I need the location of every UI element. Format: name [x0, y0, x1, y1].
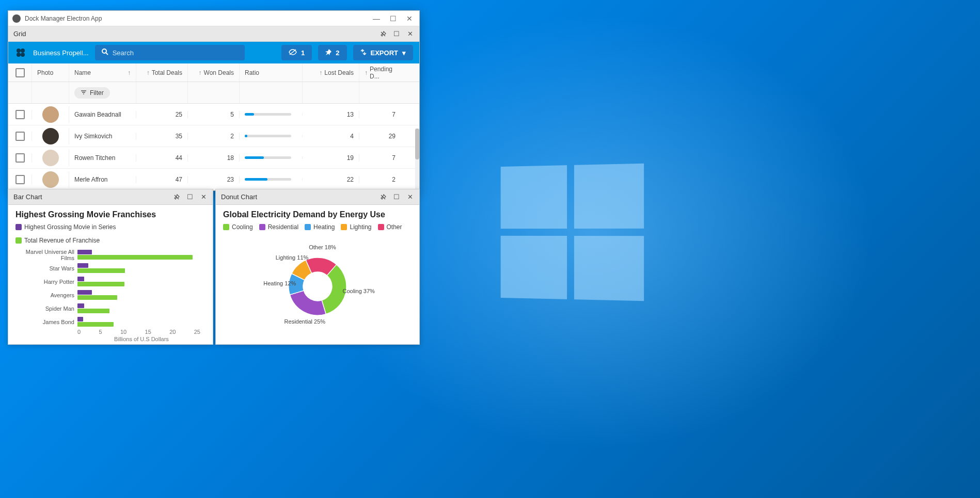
legend-label: Highest Grossing Movie in Series	[24, 223, 116, 231]
row-won-deals: 23	[188, 176, 240, 183]
pane-close-button[interactable]: ✕	[199, 193, 208, 201]
window-titlebar[interactable]: Dock Manager Electron App — ☐ ✕	[8, 11, 419, 26]
column-header-pending-deals[interactable]: ↑Pending D...	[359, 63, 401, 82]
brand-logo-icon	[14, 46, 27, 59]
legend-item[interactable]: Residential	[259, 223, 298, 231]
svg-point-1	[21, 49, 25, 53]
select-all-checkbox[interactable]	[8, 63, 32, 82]
bar-track	[77, 302, 206, 315]
hidden-columns-button[interactable]: 1	[281, 45, 312, 60]
column-header-total-deals[interactable]: ↑Total Deals	[136, 63, 188, 82]
bar-chart: Marvel Universe All Films Star Wars Harr…	[15, 248, 206, 344]
grid-filter-row: Filter	[8, 82, 419, 104]
legend-swatch	[15, 224, 22, 230]
pane-close-button[interactable]: ✕	[406, 193, 414, 201]
pane-maximize-button[interactable]: ☐	[392, 193, 401, 201]
table-row[interactable]: Merle Affron 47 23 22 2	[8, 169, 419, 190]
row-total-deals: 44	[136, 154, 188, 162]
legend-item[interactable]: Lighting	[341, 223, 371, 231]
bar-category-label: Marvel Universe All Films	[15, 249, 77, 261]
bar-track	[77, 249, 206, 261]
window-minimize-button[interactable]: —	[373, 15, 380, 22]
legend-swatch	[15, 237, 22, 244]
filter-icon	[81, 89, 87, 97]
search-input[interactable]	[113, 49, 239, 57]
row-checkbox[interactable]	[8, 132, 32, 141]
eye-off-icon	[289, 49, 297, 57]
bar-series-1	[77, 250, 92, 254]
legend-item[interactable]: Total Revenue of Franchise	[15, 237, 100, 244]
search-box[interactable]	[95, 45, 245, 60]
donut-slice-label: Residential 25%	[284, 318, 326, 325]
window-maximize-button[interactable]: ☐	[389, 15, 397, 22]
legend-item[interactable]: Heating	[305, 223, 335, 231]
column-header-photo[interactable]: Photo	[32, 63, 69, 82]
row-total-deals: 25	[136, 111, 188, 118]
legend-label: Other	[387, 223, 402, 231]
donut-slice-label: Heating 12%	[263, 280, 296, 286]
legend-item[interactable]: Cooling	[223, 223, 253, 231]
bar-chart-pane-header[interactable]: Bar Chart ☐ ✕	[8, 189, 213, 205]
pinned-columns-button[interactable]: 2	[318, 45, 346, 60]
donut-chart-legend: CoolingResidentialHeatingLightingOther	[223, 223, 412, 231]
export-icon	[360, 49, 367, 57]
bar-series-2	[77, 255, 193, 260]
column-header-lost-deals[interactable]: ↑Lost Deals	[303, 63, 359, 82]
donut-chart-pane-header[interactable]: Donut Chart ☐ ✕	[216, 189, 419, 205]
row-total-deals: 35	[136, 133, 188, 140]
column-header-ratio[interactable]: Ratio	[240, 63, 303, 82]
pane-pin-button[interactable]	[172, 193, 181, 201]
svg-point-4	[102, 49, 106, 53]
legend-label: Lighting	[350, 223, 371, 231]
row-ratio	[240, 178, 303, 181]
legend-swatch	[259, 224, 265, 230]
grid-pane-header[interactable]: Grid ☐ ✕	[8, 26, 419, 42]
row-checkbox[interactable]	[8, 175, 32, 184]
bar-chart-legend: Highest Grossing Movie in SeriesTotal Re…	[15, 223, 206, 244]
donut-slice-label: Cooling 37%	[342, 288, 374, 294]
row-pending-deals: 7	[359, 154, 401, 162]
legend-swatch	[378, 224, 384, 230]
legend-item[interactable]: Highest Grossing Movie in Series	[15, 223, 116, 231]
legend-label: Cooling	[232, 223, 253, 231]
row-name: Ivy Simkovich	[69, 133, 136, 140]
data-grid: Photo Name↑ ↑Total Deals ↑Won Deals Rati…	[8, 63, 419, 190]
export-label: EXPORT	[371, 49, 398, 57]
bar-track	[77, 289, 206, 301]
bar-series-1	[77, 263, 88, 268]
pane-close-button[interactable]: ✕	[406, 30, 414, 38]
bar-track	[77, 316, 206, 328]
legend-item[interactable]: Other	[378, 223, 402, 231]
bar-series-2	[77, 322, 114, 327]
row-pending-deals: 7	[359, 111, 401, 118]
donut-chart: Cooling 37%Residential 25%Heating 12%Lig…	[223, 235, 412, 338]
donut-chart-pane: Donut Chart ☐ ✕ Global Electricity Deman…	[215, 189, 420, 345]
pane-maximize-button[interactable]: ☐	[392, 30, 401, 38]
hidden-columns-count: 1	[301, 49, 305, 57]
row-avatar	[32, 150, 69, 166]
pane-pin-button[interactable]	[379, 193, 387, 201]
pane-maximize-button[interactable]: ☐	[186, 193, 194, 201]
legend-label: Residential	[268, 223, 298, 231]
row-checkbox[interactable]	[8, 110, 32, 119]
bar-chart-title: Highest Grossing Movie Franchises	[15, 210, 206, 219]
filter-button[interactable]: Filter	[74, 87, 110, 99]
window-close-button[interactable]: ✕	[406, 15, 413, 22]
bar-track	[77, 262, 206, 275]
table-row[interactable]: Gawain Beadnall 25 5 13 7	[8, 104, 419, 125]
row-ratio	[240, 135, 303, 137]
donut-chart-title: Global Electricity Demand by Energy Use	[223, 210, 412, 219]
export-button[interactable]: EXPORT ▾	[353, 45, 413, 60]
brand-name: Business Propell...	[33, 49, 89, 57]
bar-chart-pane-title: Bar Chart	[13, 193, 42, 201]
bar-series-2	[77, 309, 109, 313]
column-header-name[interactable]: Name↑	[69, 63, 136, 82]
pane-pin-button[interactable]	[379, 30, 387, 38]
table-row[interactable]: Rowen Titchen 44 18 19 7	[8, 147, 419, 169]
grid-header-row: Photo Name↑ ↑Total Deals ↑Won Deals Rati…	[8, 63, 419, 82]
row-name: Merle Affron	[69, 176, 136, 183]
legend-swatch	[341, 224, 347, 230]
column-header-won-deals[interactable]: ↑Won Deals	[188, 63, 240, 82]
table-row[interactable]: Ivy Simkovich 35 2 4 29	[8, 125, 419, 147]
row-checkbox[interactable]	[8, 153, 32, 163]
